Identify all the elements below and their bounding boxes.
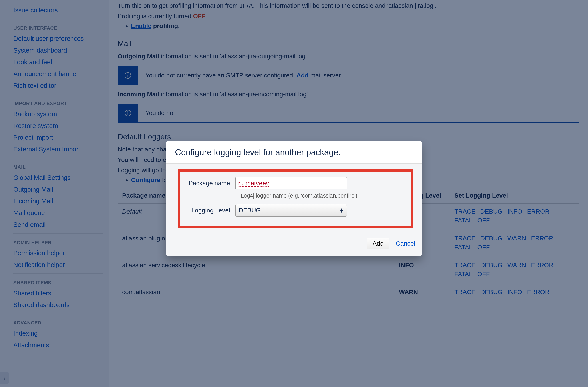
modal-title: Configure logging level for another pack… bbox=[175, 148, 413, 157]
cancel-link[interactable]: Cancel bbox=[396, 240, 415, 247]
package-name-input[interactable] bbox=[235, 177, 347, 189]
highlighted-form-area: Package name Log4j logger name (e.g. 'co… bbox=[178, 170, 413, 228]
logging-level-value: DEBUG bbox=[239, 207, 261, 214]
logging-level-label: Logging Level bbox=[184, 207, 235, 214]
package-name-hint: Log4j logger name (e.g. 'com.atlassian.b… bbox=[241, 193, 407, 199]
add-button[interactable]: Add bbox=[367, 237, 389, 250]
modal-backdrop[interactable]: Configure logging level for another pack… bbox=[0, 0, 588, 387]
logging-level-select[interactable]: DEBUG ▲▼ bbox=[235, 204, 347, 217]
package-name-label: Package name bbox=[184, 180, 235, 187]
select-arrows-icon: ▲▼ bbox=[339, 208, 343, 213]
configure-logging-modal: Configure logging level for another pack… bbox=[166, 141, 422, 256]
